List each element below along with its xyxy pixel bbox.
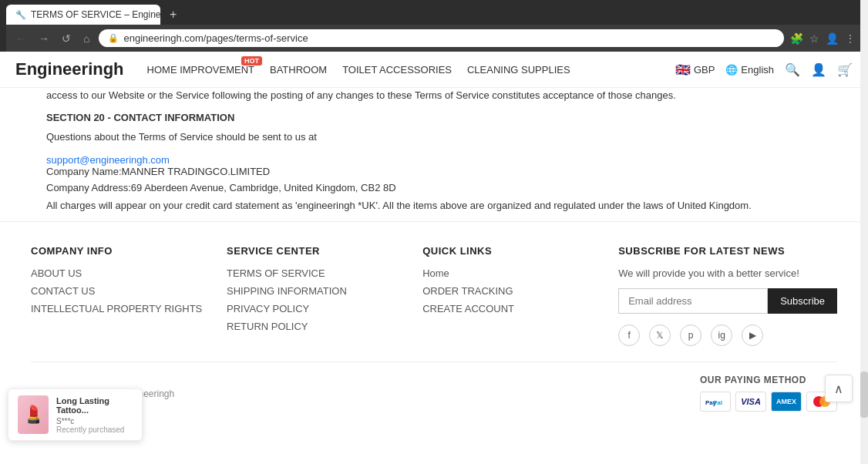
footer-about-us[interactable]: ABOUT US	[31, 267, 204, 279]
browser-chrome: 🔧 TERMS OF SERVICE – Engineerin... ✕ + ←…	[0, 0, 868, 52]
scrollbar-thumb[interactable]	[860, 372, 868, 418]
footer-grid: COMPANY INFO ABOUT US CONTACT US INTELLE…	[31, 245, 837, 346]
paypal-icon: Pay Pal	[700, 392, 731, 412]
address-bar[interactable]: 🔒 engineeringh.com/pages/terms-of-servic…	[99, 29, 784, 47]
payment-icons: Pay Pal VISA AMEX	[700, 392, 837, 412]
profile-icon[interactable]: 👤	[826, 32, 839, 45]
nav-toilet-accessories[interactable]: TOILET ACCESSORIES	[342, 64, 452, 76]
content-paragraph1: access to our Website or the Service fol…	[46, 88, 822, 104]
language-selector[interactable]: 🌐 English	[725, 64, 774, 76]
chevron-up-icon: ∧	[834, 382, 843, 396]
notification-info: Long Lasting Tattoo... S***c Recently pu…	[56, 396, 133, 428]
footer-quick-links: QUICK LINKS Home ORDER TRACKING CREATE A…	[422, 245, 595, 346]
company-address: Company Address:69 Aberdeen Avenue, Camb…	[46, 182, 822, 193]
footer-return[interactable]: RETURN POLICY	[227, 321, 399, 332]
refresh-button[interactable]: ↺	[59, 31, 74, 46]
footer-company-title: COMPANY INFO	[31, 245, 204, 257]
nav-bathroom[interactable]: BATHROOM	[270, 64, 327, 76]
footer-service-center: SERVICE CENTER TERMS OF SERVICE SHIPPING…	[227, 245, 399, 346]
tab-favicon: 🔧	[15, 10, 26, 20]
browser-toolbar: ← → ↺ ⌂ 🔒 engineeringh.com/pages/terms-o…	[6, 25, 862, 52]
globe-icon: 🌐	[725, 64, 738, 76]
twitter-icon[interactable]: 𝕏	[649, 324, 671, 346]
notification-product-image: 💄	[18, 395, 49, 427]
facebook-icon[interactable]: f	[618, 324, 640, 346]
cart-icon[interactable]: 🛒	[837, 62, 853, 77]
main-content: access to our Website or the Service fol…	[0, 88, 868, 214]
company-name: Company Name:MANNER TRADINGCO.LIMITED	[46, 166, 822, 177]
payment-section: OUR PAYING METHOD Pay Pal VISA AMEX	[700, 375, 837, 412]
footer-create-account[interactable]: CREATE ACCOUNT	[422, 303, 595, 314]
bookmark-star-icon[interactable]: ☆	[809, 32, 819, 45]
url-text: engineeringh.com/pages/terms-of-service	[123, 32, 308, 44]
footer-privacy[interactable]: PRIVACY POLICY	[227, 303, 399, 314]
search-icon[interactable]: 🔍	[785, 62, 800, 77]
scroll-to-top-button[interactable]: ∧	[825, 375, 853, 402]
browser-action-icons: 🧩 ☆ 👤 ⋮	[790, 32, 856, 45]
pinterest-icon[interactable]: p	[680, 324, 701, 346]
scrollbar[interactable]	[860, 0, 868, 427]
svg-text:Pal: Pal	[713, 399, 722, 406]
subscribe-button[interactable]: Subscribe	[768, 288, 837, 314]
footer-home[interactable]: Home	[422, 267, 595, 279]
amex-icon: AMEX	[771, 392, 802, 412]
browser-tabs: 🔧 TERMS OF SERVICE – Engineerin... ✕ +	[6, 5, 862, 25]
back-button[interactable]: ←	[12, 31, 29, 46]
payment-title: OUR PAYING METHOD	[700, 375, 837, 385]
notification-product-name: Long Lasting Tattoo...	[56, 396, 133, 415]
site-header: Engineeringh HOT HOME IMPROVEMENT BATHRO…	[0, 52, 868, 88]
nav-home-improvement[interactable]: HOT HOME IMPROVEMENT	[147, 64, 254, 76]
currency-label: GBP	[694, 64, 715, 76]
footer-terms[interactable]: TERMS OF SERVICE	[227, 267, 399, 279]
subscribe-description: We will provide you with a better servic…	[618, 267, 837, 279]
extensions-icon[interactable]: 🧩	[790, 32, 803, 45]
youtube-icon[interactable]: ▶	[742, 324, 763, 346]
tab-title: TERMS OF SERVICE – Engineerin...	[31, 9, 160, 20]
notification-popup: 💄 Long Lasting Tattoo... S***c Recently …	[8, 388, 143, 427]
site-logo[interactable]: Engineeringh	[15, 59, 124, 79]
active-tab[interactable]: 🔧 TERMS OF SERVICE – Engineerin... ✕	[6, 5, 160, 25]
footer-contact-us[interactable]: CONTACT US	[31, 285, 204, 297]
footer-quick-title: QUICK LINKS	[422, 245, 595, 257]
footer-order-tracking[interactable]: ORDER TRACKING	[422, 285, 595, 297]
forward-button[interactable]: →	[35, 31, 52, 46]
section20-intro: Questions about the Terms of Service sho…	[46, 129, 822, 146]
hot-badge: HOT	[241, 56, 262, 66]
social-icons: f 𝕏 p ig ▶	[618, 324, 837, 346]
support-email[interactable]: support@engineeringh.com	[46, 154, 170, 166]
language-label: English	[741, 64, 774, 76]
subscribe-form: Subscribe	[618, 288, 837, 314]
flag-icon: 🇬🇧	[675, 62, 691, 77]
footer-shipping[interactable]: SHIPPING INFORMATION	[227, 285, 399, 297]
new-tab-button[interactable]: +	[163, 5, 183, 25]
footer-bottom: DMCA report © 2024 Engineeringh OUR PAYI…	[31, 361, 837, 412]
charges-note: All charges will appear on your credit c…	[46, 198, 822, 214]
footer-subscribe-title: SUBSCRIBE FOR LATEST NEWS	[618, 245, 837, 257]
currency-selector[interactable]: 🇬🇧 GBP	[675, 62, 715, 77]
footer-intellectual-property[interactable]: INTELLECTUAL PROPERTY RIGHTS	[31, 303, 204, 314]
instagram-icon[interactable]: ig	[711, 324, 732, 346]
menu-icon[interactable]: ⋮	[845, 32, 856, 45]
header-actions: 🇬🇧 GBP 🌐 English 🔍 👤 🛒	[675, 62, 853, 77]
footer-service-title: SERVICE CENTER	[227, 245, 399, 257]
section20-title: SECTION 20 - CONTACT INFORMATION	[46, 112, 822, 123]
subscribe-email-input[interactable]	[618, 288, 768, 314]
notification-buyer: S***c	[56, 417, 133, 425]
visa-icon: VISA	[735, 392, 766, 412]
lock-icon: 🔒	[108, 33, 119, 43]
account-icon[interactable]: 👤	[811, 62, 826, 77]
footer-company-info: COMPANY INFO ABOUT US CONTACT US INTELLE…	[31, 245, 204, 346]
nav-cleaning-supplies[interactable]: CLEANING SUPPLIES	[467, 64, 570, 76]
site-nav: HOT HOME IMPROVEMENT BATHROOM TOILET ACC…	[147, 64, 652, 76]
notification-time: Recently purchased	[56, 425, 133, 428]
footer-subscribe: SUBSCRIBE FOR LATEST NEWS We will provid…	[618, 245, 837, 346]
home-button[interactable]: ⌂	[80, 31, 93, 46]
